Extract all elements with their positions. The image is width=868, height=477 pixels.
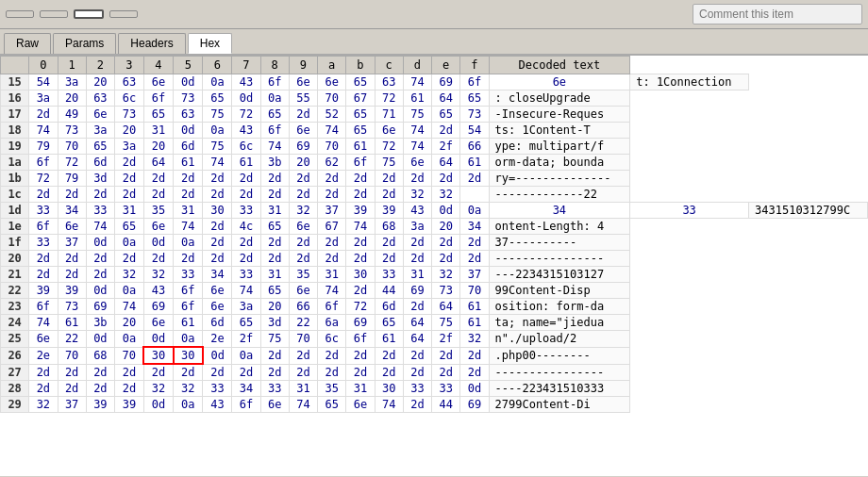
- hex-cell: 2d: [58, 187, 86, 203]
- hex-cell: 65: [232, 315, 260, 331]
- hex-cell: 2d: [432, 123, 460, 139]
- hex-cell: 2d: [203, 235, 232, 251]
- hex-cell: 2d: [460, 364, 489, 381]
- hex-cell: 63: [86, 90, 114, 107]
- hex-cell: 2d: [260, 235, 289, 251]
- action-button[interactable]: [109, 10, 138, 18]
- hex-cell: 2f: [232, 331, 260, 348]
- hex-cell: 72: [346, 299, 375, 315]
- row-id: 16: [1, 90, 29, 107]
- hex-cell: 2d: [58, 381, 86, 397]
- hex-cell: 2d: [289, 251, 317, 267]
- hex-cell: 74: [86, 219, 114, 235]
- table-row: 29323739390d0a436f6e74656e742d44692799Co…: [1, 397, 868, 413]
- hex-cell: 74: [29, 123, 58, 139]
- hex-cell: 2d: [318, 364, 346, 381]
- tab-raw[interactable]: Raw: [4, 33, 51, 54]
- hex-cell: 4c: [232, 219, 260, 235]
- table-row: 197970653a206d756c7469706172742f66ype: m…: [1, 139, 868, 155]
- tab-params[interactable]: Params: [53, 33, 116, 54]
- hex-cell: 2d: [318, 171, 346, 187]
- row-id: 29: [1, 397, 29, 413]
- hex-cell: 54: [460, 123, 489, 139]
- hex-cell: 2d: [232, 187, 260, 203]
- hex-cell: 37: [58, 235, 86, 251]
- hex-cell: 65: [260, 283, 289, 299]
- tab-headers[interactable]: Headers: [118, 33, 185, 54]
- hex-cell: 2f: [432, 139, 460, 155]
- hex-cell: 32: [289, 203, 317, 219]
- hex-cell: 6e: [58, 219, 86, 235]
- hex-cell: 33: [29, 235, 58, 251]
- row-id: 1e: [1, 219, 29, 235]
- row-id: 18: [1, 123, 29, 139]
- hex-cell: 2d: [432, 347, 460, 364]
- hex-cell: 65: [346, 107, 375, 123]
- hex-cell: 33: [403, 381, 431, 397]
- hex-cell: 70: [58, 139, 86, 155]
- hex-cell: 72: [232, 107, 260, 123]
- decoded-text: ta; name="jiedua: [489, 315, 630, 331]
- hex-cell: 37: [318, 203, 346, 219]
- hex-cell: 32: [174, 381, 203, 397]
- hex-cell: 31: [260, 267, 289, 283]
- hex-cell: 0a: [115, 235, 144, 251]
- hex-cell: 6a: [318, 315, 346, 331]
- hex-cell: 73: [58, 299, 86, 315]
- hex-cell: 72: [58, 155, 86, 171]
- tab-hex[interactable]: Hex: [188, 33, 232, 54]
- table-row: 1874733a20310d0a436f6e74656e742d54ts: 1C…: [1, 123, 868, 139]
- hex-cell: 2d: [143, 364, 173, 381]
- hex-cell: 2d: [260, 347, 289, 364]
- hex-cell: 3b: [86, 315, 114, 331]
- hex-cell: 61: [174, 155, 203, 171]
- hex-cell: 49: [58, 107, 86, 123]
- forward-button[interactable]: [6, 10, 34, 18]
- hex-cell: 32: [143, 381, 173, 397]
- hex-cell: 74: [318, 123, 346, 139]
- table-row: 236f736974696f6e3a20666f726d2d6461ositio…: [1, 299, 868, 315]
- hex-cell: 0a: [115, 283, 144, 299]
- table-row: 1b72793d2d2d2d2d2d2d2d2d2d2d2d2d2dry=---…: [1, 171, 868, 187]
- hex-cell: 63: [174, 107, 203, 123]
- row-id: 27: [1, 364, 29, 381]
- intercept-button[interactable]: [74, 9, 104, 19]
- hex-cell: 6f: [232, 397, 260, 413]
- hex-cell: 30: [375, 381, 403, 397]
- hex-cell: 6e: [289, 74, 317, 90]
- drop-button[interactable]: [40, 10, 68, 18]
- hex-cell: 70: [318, 90, 346, 107]
- hex-cell: 6d: [86, 155, 114, 171]
- hex-cell: 2d: [115, 171, 144, 187]
- hex-cell: 61: [232, 155, 260, 171]
- hex-cell: 2d: [403, 347, 431, 364]
- hex-cell: 6e: [143, 74, 173, 90]
- col-header-5: 5: [174, 57, 203, 74]
- hex-cell: 6c: [318, 331, 346, 348]
- table-row: 272d2d2d2d2d2d2d2d2d2d2d2d2d2d2d2d------…: [1, 364, 868, 381]
- hex-cell: 70: [289, 331, 317, 348]
- hex-cell: 0d: [86, 331, 114, 348]
- hex-cell: 0d: [143, 331, 173, 348]
- hex-cell: 6e: [289, 283, 317, 299]
- col-header-Decoded text: Decoded text: [489, 57, 630, 74]
- hex-cell: 2d: [232, 235, 260, 251]
- hex-cell: 65: [203, 90, 232, 107]
- hex-cell: 2d: [432, 364, 460, 381]
- hex-cell: 75: [203, 107, 232, 123]
- hex-cell: 2d: [232, 364, 260, 381]
- hex-cell: 64: [432, 299, 460, 315]
- comment-input[interactable]: [693, 4, 862, 25]
- hex-cell: 2d: [432, 251, 460, 267]
- hex-cell: 67: [318, 219, 346, 235]
- row-id: 1a: [1, 155, 29, 171]
- hex-cell: 61: [174, 315, 203, 331]
- hex-cell: 32: [460, 331, 489, 348]
- hex-cell: 2d: [346, 283, 375, 299]
- hex-cell: 3a: [232, 299, 260, 315]
- hex-cell: 2d: [86, 187, 114, 203]
- hex-cell: 2d: [29, 251, 58, 267]
- hex-cell: 20: [58, 90, 86, 107]
- hex-cell: 20: [432, 219, 460, 235]
- hex-cell: 2f: [432, 331, 460, 348]
